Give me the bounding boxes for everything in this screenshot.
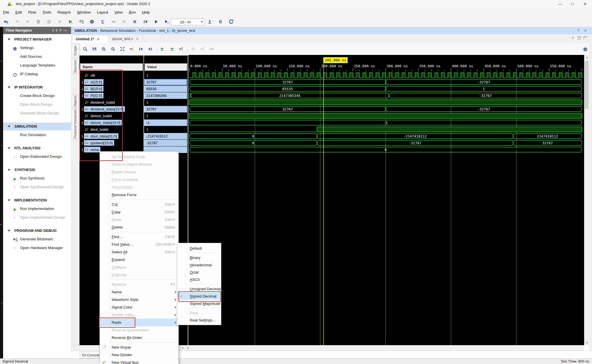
zoom-out-button[interactable]	[109, 45, 117, 53]
signal-row-rema[interactable]: ❯ rema	[81, 146, 100, 153]
paste-button[interactable]	[45, 18, 54, 26]
signal-row-divisor-tdata-15-0[interactable]: ❯ divisor_tdata[15:0]	[81, 119, 122, 126]
flow-section-synthesis[interactable]: SYNTHESIS	[3, 166, 71, 174]
flow-item-ip-catalog[interactable]: IP Catalog	[3, 70, 71, 78]
signal-value-divisor-tvalid[interactable]: 1	[144, 113, 187, 119]
expand-chevron-icon[interactable]: ❯	[81, 80, 84, 84]
name-column-header[interactable]: Name	[80, 63, 143, 71]
close-button[interactable]: ✕	[580, 1, 590, 7]
expand-chevron-icon[interactable]: ❯	[81, 94, 84, 97]
search-button[interactable]	[81, 45, 89, 53]
waveform-canvas[interactable]: 0.000 ns50.000 ns100.000 ns150.000 ns200…	[188, 55, 584, 345]
menu-view[interactable]: View	[111, 8, 126, 17]
side-tab-protocol-instances[interactable]: Protocol Instances	[72, 109, 79, 139]
flow-item-run-synthesis[interactable]: Run Synthesis	[3, 174, 71, 183]
run-time-input[interactable]	[171, 19, 185, 25]
signal-row-dividend-tdata-15-0[interactable]: ❯ dividend_tdata[15:0]	[81, 106, 125, 112]
menu-file[interactable]: File	[0, 8, 12, 17]
zoom-to-cursor-button[interactable]	[128, 45, 136, 53]
signal-value-dout-tvalid[interactable]: 1	[144, 126, 187, 133]
signal-value-dividend-tdata-15-0[interactable]: 32767	[144, 106, 187, 112]
zoom-fit-button[interactable]	[118, 45, 126, 53]
menu-item-select-all[interactable]: Select AllCtrl+A	[100, 248, 178, 256]
breakpoint-button[interactable]	[109, 18, 118, 26]
menu-tools[interactable]: Tools	[39, 8, 55, 17]
menu-run[interactable]: Run	[126, 8, 139, 17]
signal-value-dividend-tvalid[interactable]: 1	[144, 99, 187, 106]
signal-row-divisor-tvalid[interactable]: divisor_tvalid	[81, 112, 113, 119]
expand-chevron-icon[interactable]: ❯	[81, 121, 84, 125]
copy-button[interactable]	[34, 18, 43, 26]
menu-item-expand[interactable]: Expand	[100, 256, 178, 263]
close-tab-icon[interactable]: ✕	[136, 37, 139, 41]
menu-item-force-clock[interactable]: Force Clock...	[100, 183, 178, 191]
run-for-time-button[interactable]: (T)	[162, 18, 171, 26]
next-transition-button[interactable]	[146, 45, 154, 53]
open-project-button[interactable]	[2, 18, 11, 26]
radix-option-signed-magnitude[interactable]: Signed Magnitude	[177, 300, 221, 307]
menu-item-reverse-bit-order[interactable]: Reverse Bit Order	[100, 334, 178, 341]
pan-right-icon[interactable]: ›	[182, 346, 183, 350]
restart-button[interactable]	[141, 18, 150, 26]
menu-flow[interactable]: Flow	[25, 8, 39, 17]
radix-option-real[interactable]: Real	[177, 309, 221, 316]
flow-item-create-block-design[interactable]: Create Block Design	[3, 91, 71, 100]
zoom-in-button[interactable]	[100, 45, 108, 53]
signal-row-a-15-0[interactable]: ❯ A[15:0]	[81, 79, 103, 85]
flow-item-open-synthesized-design[interactable]: ›Open Synthesized Design	[3, 183, 71, 191]
flow-section-project-manager[interactable]: PROJECT MANAGER	[3, 35, 71, 43]
menu-item-rename[interactable]: RenameF2	[100, 281, 178, 288]
expand-chevron-icon[interactable]: ❯	[81, 107, 84, 111]
next-marker-button[interactable]	[198, 45, 206, 53]
signal-row-quotient-15-0[interactable]: ❯ quotient[15:0]	[81, 139, 114, 146]
signal-value-a-15-0[interactable]: 32767	[144, 79, 187, 85]
menu-item-ungroup[interactable]: Ungroup	[100, 271, 178, 279]
previous-marker-button[interactable]	[189, 45, 197, 53]
signal-row-p-31-0[interactable]: ❯ P[31:0]	[81, 92, 103, 99]
menu-item-new-divider[interactable]: New Divider	[100, 351, 178, 359]
help-icon[interactable]: ?	[578, 27, 580, 34]
close-tab-icon[interactable]: ✕	[97, 37, 100, 41]
signal-row-b-15-0[interactable]: ❯ B[15:0]	[81, 85, 103, 92]
radix-option-octal[interactable]: Octal	[177, 268, 221, 276]
expand-chevron-icon[interactable]: ❯	[81, 134, 84, 138]
expand-chevron-icon[interactable]: ❯	[81, 87, 84, 91]
menu-item-go-to-source-code[interactable]: Go To Source Code	[100, 153, 178, 161]
maximize-button[interactable]: □	[568, 1, 577, 7]
waveform-settings-gear-icon[interactable]	[581, 45, 589, 53]
relaunch-button[interactable]	[227, 18, 236, 26]
flow-item-generate-block-design[interactable]: Generate Block Design	[3, 109, 71, 117]
flow-item-open-implemented-design[interactable]: ›Open Implemented Design	[3, 213, 71, 222]
menu-item-collapse[interactable]: Collapse	[100, 263, 178, 271]
flow-item-open-hardware-manager[interactable]: ›Open Hardware Manager	[3, 243, 71, 252]
menu-item-radix[interactable]: Radix	[100, 319, 178, 326]
flow-item-run-implementation[interactable]: Run Implementation	[3, 204, 71, 213]
flow-item-generate-bitstream[interactable]: 0110Generate Bitstream	[3, 235, 71, 243]
goto-time-zero-button[interactable]	[158, 45, 166, 53]
menu-item-copy[interactable]: CopyCtrl+C	[100, 208, 178, 216]
help-icon[interactable]: ?	[59, 28, 63, 32]
expand-chevron-icon[interactable]: ❯	[81, 148, 84, 152]
menu-reports[interactable]: Reports	[54, 8, 74, 17]
menu-item-find[interactable]: Find...Ctrl+F	[100, 233, 178, 241]
run-button[interactable]	[66, 18, 75, 26]
scrollbar-thumb[interactable]	[585, 61, 589, 109]
menu-item-find-value[interactable]: Find Value...Ctrl+Shift+F	[100, 241, 178, 248]
radix-option-binary[interactable]: Binary	[177, 254, 221, 261]
run-all-button[interactable]	[152, 18, 161, 26]
menu-item-cut[interactable]: CutCtrl+X	[100, 201, 178, 208]
pencil-button[interactable]	[120, 18, 129, 26]
flow-section-program-and-debug[interactable]: PROGRAM AND DEBUG	[3, 227, 71, 235]
signal-row-dividend-tvalid[interactable]: dividend_tvalid	[81, 99, 116, 106]
signal-value-dout-tdata-31-0[interactable]: -2147418112	[144, 133, 187, 139]
collapse-all-icon[interactable]: ≡	[52, 28, 56, 32]
flow-section-simulation[interactable]: SIMULATION	[3, 123, 71, 130]
side-tab-objects[interactable]: Objects	[72, 95, 79, 108]
maximize-panel-icon[interactable]	[583, 36, 587, 41]
save-button[interactable]	[90, 45, 98, 53]
tab-untitled-1[interactable]: Untitled 1*✕	[72, 35, 109, 43]
signal-value-clk[interactable]: 1	[144, 72, 187, 79]
flow-item-run-simulation[interactable]: Run Simulation	[3, 130, 71, 139]
menu-window[interactable]: Window	[74, 8, 94, 17]
flow-item-open-elaborated-design[interactable]: ›Open Elaborated Design	[3, 152, 71, 161]
